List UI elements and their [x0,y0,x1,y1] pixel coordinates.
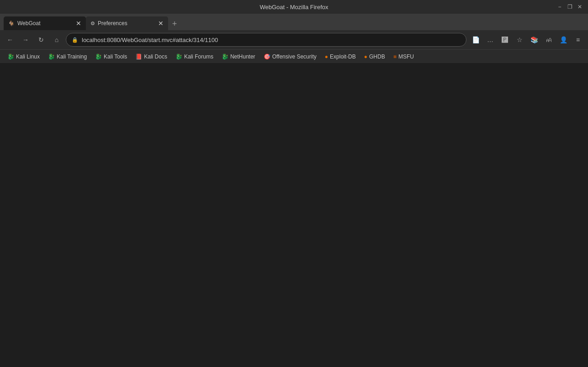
bookmark-ghdb[interactable]: ● GHDB [360,52,389,61]
profile-button[interactable]: 👤 [557,33,570,46]
pocket-button[interactable]: 🅿 [498,33,511,46]
tab-preferences[interactable]: ⚙ Preferences ✕ [86,16,168,30]
bookmark-icon-kali-docs: 📕 [135,53,142,60]
bookmark-icon-nethunter: 🐉 [222,53,228,60]
tab-label-preferences: Preferences [98,20,127,27]
tab-bar: 🐐 WebGoat ✕ ⚙ Preferences ✕ + [0,14,588,30]
tab-label-webgoat: WebGoat [17,20,40,27]
toolbar-right-buttons: 📄 … 🅿 ☆ 📚 🗚 👤 ≡ [469,33,584,46]
bookmark-icon-kali-forums: 🐉 [175,53,182,60]
bookmark-star-button[interactable]: ☆ [513,33,526,46]
bookmark-icon-exploit-db: ● [325,53,328,60]
window-title: WebGoat - Mozilla Firefox [260,4,328,11]
bookmark-kali-forums[interactable]: 🐉 Kali Forums [172,52,217,61]
minimize-button[interactable]: − [556,3,563,11]
close-button[interactable]: ✕ [576,3,583,11]
more-button[interactable]: … [484,33,497,46]
bookmark-msfu[interactable]: ■ MSFU [390,52,418,61]
bookmark-kali-tools[interactable]: 🐉 Kali Tools [91,52,131,61]
bookmark-kali-training[interactable]: 🐉 Kali Training [44,52,90,61]
bookmarks-bar: 🐉 Kali Linux 🐉 Kali Training 🐉 Kali Tool… [0,49,588,63]
back-button[interactable]: ← [4,33,16,46]
bookmark-kali-linux[interactable]: 🐉 Kali Linux [4,52,43,61]
tab-icon-webgoat: 🐐 [8,21,15,27]
home-button[interactable]: ⌂ [50,33,63,46]
forward-button[interactable]: → [19,33,32,46]
address-bar[interactable]: 🔒 localhost:8080/WebGoat/start.mvc#attac… [66,33,466,47]
bookmark-offensive-security[interactable]: 🎯 Offensive Security [260,52,320,61]
tab-close-preferences[interactable]: ✕ [158,20,164,27]
bookmark-nethunter[interactable]: 🐉 NetHunter [218,52,259,61]
titlebar: WebGoat - Mozilla Firefox − ❐ ✕ [0,0,588,14]
collections-button[interactable]: 📚 [528,33,540,46]
tab-close-webgoat[interactable]: ✕ [76,20,81,27]
address-bar-row: ← → ↻ ⌂ 🔒 localhost:8080/WebGoat/start.m… [0,30,588,49]
reader-mode-button[interactable]: 📄 [469,33,482,46]
tab-icon-preferences: ⚙ [90,21,95,27]
bookmark-exploit-db[interactable]: ● Exploit-DB [321,52,360,61]
tab-webgoat[interactable]: 🐐 WebGoat ✕ [4,16,86,30]
bookmark-icon-msfu: ■ [393,53,397,60]
bookmark-icon-offensive-security: 🎯 [264,53,270,60]
sidebar-button[interactable]: 🗚 [542,33,555,46]
security-lock-icon: 🔒 [72,37,78,43]
bookmark-icon-kali-linux: 🐉 [7,53,14,60]
restore-button[interactable]: ❐ [566,3,573,11]
titlebar-controls: − ❐ ✕ [556,3,583,11]
menu-button[interactable]: ≡ [572,33,584,46]
bookmark-kali-docs[interactable]: 📕 Kali Docs [132,52,171,61]
bookmark-icon-ghdb: ● [364,53,367,60]
bookmark-icon-kali-tools: 🐉 [95,53,102,60]
reload-button[interactable]: ↻ [35,33,48,46]
new-tab-button[interactable]: + [168,17,181,30]
address-url-text: localhost:8080/WebGoat/start.mvc#attack/… [82,37,461,43]
bookmark-icon-kali-training: 🐉 [48,53,55,60]
